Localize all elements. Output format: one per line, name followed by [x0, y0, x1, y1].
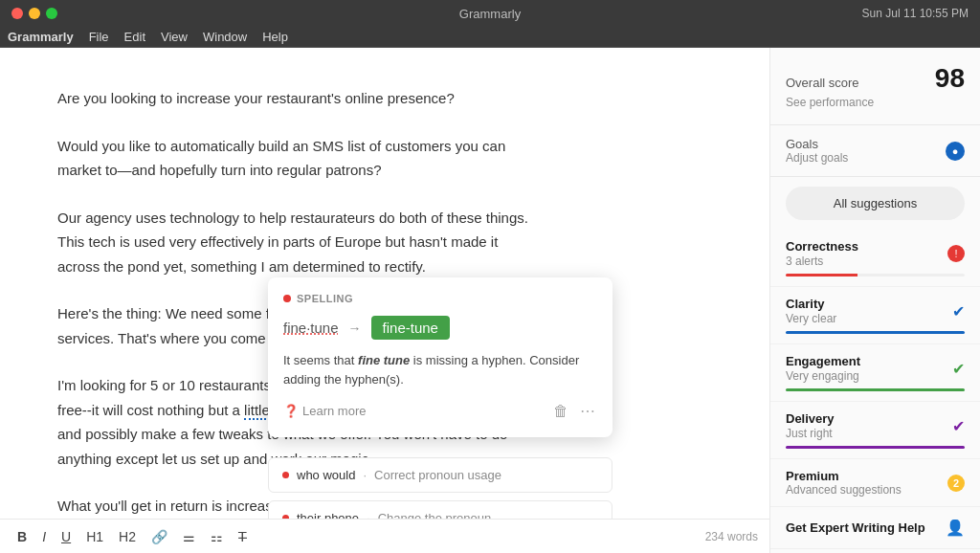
editor-area[interactable]: Are you looking to increase your restaur…	[0, 48, 769, 553]
goals-info: Goals Adjust goals	[786, 137, 848, 165]
spelling-popup: SPELLING fine·tune → fine-tune It seems …	[268, 277, 612, 437]
overall-score-label: Overall score	[786, 76, 859, 90]
menu-file[interactable]: File	[89, 30, 109, 44]
expert-section[interactable]: Get Expert Writing Help 👤	[770, 507, 980, 549]
underline-button[interactable]: U	[56, 525, 77, 548]
question-icon: ❓	[283, 404, 299, 418]
titlebar-left	[11, 8, 57, 19]
learn-more-text: Learn more	[302, 404, 366, 418]
menu-view[interactable]: View	[161, 30, 188, 44]
clarity-check-icon: ✔	[952, 302, 965, 321]
delivery-metric[interactable]: Delivery Just right ✔	[770, 402, 980, 459]
clarity-sub: Very clear	[786, 312, 836, 325]
clarity-metric[interactable]: Clarity Very clear ✔	[770, 287, 980, 344]
expert-icon: 👤	[946, 519, 965, 537]
app-container: Are you looking to increase your restaur…	[0, 48, 980, 553]
popup-type: SPELLING	[297, 293, 353, 304]
expert-label: Get Expert Writing Help	[786, 520, 925, 535]
paragraph-2: Would you like to automatically build an…	[57, 134, 536, 183]
minimize-button[interactable]	[29, 8, 40, 19]
correctness-bar	[786, 274, 965, 276]
suggestion-action-1: Correct pronoun usage	[374, 468, 501, 482]
overall-score-row: Overall score 98	[786, 63, 965, 94]
right-panel: Overall score 98 See performance Goals A…	[769, 48, 980, 553]
premium-badge: 2	[947, 475, 965, 492]
delivery-check-icon: ✔	[952, 417, 965, 435]
suggestion-sep-1: ·	[363, 468, 367, 482]
paragraph-1: Are you looking to increase your restaur…	[57, 86, 536, 111]
clarity-label: Clarity	[786, 297, 836, 311]
engagement-label: Engagement	[786, 354, 860, 368]
goals-dot: ●	[946, 142, 965, 161]
paragraph-3: Our agency uses technology to help resta…	[57, 206, 536, 279]
corrected-word[interactable]: fine-tune	[371, 316, 450, 340]
delivery-label: Delivery	[786, 411, 835, 426]
h2-button[interactable]: H2	[113, 525, 142, 548]
delivery-bar	[786, 446, 965, 449]
correctness-label: Correctness	[786, 239, 858, 254]
correctness-metric[interactable]: Correctness 3 alerts !	[770, 230, 980, 287]
menu-bar: Grammarly File Edit View Window Help	[0, 27, 980, 48]
traffic-lights	[11, 8, 57, 19]
clear-format-button[interactable]: T̶	[233, 525, 253, 548]
clarity-bar	[786, 331, 965, 334]
correctness-badge: !	[947, 245, 965, 262]
engagement-metric[interactable]: Engagement Very engaging ✔	[770, 344, 980, 402]
bold-button[interactable]: B	[11, 525, 33, 548]
h1-button[interactable]: H1	[80, 525, 109, 548]
titlebar: Grammarly Sun Jul 11 10:55 PM	[0, 0, 980, 27]
all-suggestions-tab[interactable]: All suggestions	[786, 187, 965, 220]
menu-window[interactable]: Window	[203, 30, 247, 44]
menu-edit[interactable]: Edit	[124, 30, 145, 44]
word-count: 234 words	[705, 530, 758, 543]
fullscreen-button[interactable]	[46, 8, 57, 19]
menu-help[interactable]: Help	[262, 30, 288, 44]
ordered-list-button[interactable]: ⚌	[177, 525, 201, 548]
premium-sub: Advanced suggestions	[786, 483, 902, 497]
editor-toolbar: B I U H1 H2 🔗 ⚌ ⚏ T̶ 234 words	[0, 519, 769, 553]
desc-highlight: fine tune	[358, 353, 410, 367]
popup-suggestion: fine·tune → fine-tune	[283, 316, 597, 340]
more-options-button[interactable]: ⋯	[578, 400, 597, 422]
see-performance[interactable]: See performance	[786, 96, 965, 109]
link-button[interactable]: 🔗	[145, 525, 173, 548]
window-title: Grammarly	[459, 7, 521, 21]
learn-more-link[interactable]: ❓ Learn more	[283, 404, 366, 418]
goals-sub: Adjust goals	[786, 151, 848, 165]
plagiarism-section[interactable]: Plagiarism 99	[770, 549, 980, 553]
original-word: fine·tune	[283, 320, 339, 336]
score-number: 98	[935, 63, 965, 94]
correctness-sub: 3 alerts	[786, 254, 858, 268]
popup-dot	[283, 295, 291, 302]
suggestion-word-label-1: who would	[297, 468, 355, 482]
score-section: Overall score 98 See performance	[770, 48, 980, 125]
popup-header: SPELLING	[283, 293, 597, 304]
system-status: Sun Jul 11 10:55 PM	[862, 7, 969, 20]
datetime: Sun Jul 11 10:55 PM	[862, 7, 969, 20]
suggestion-dot-1	[282, 472, 289, 478]
desc-pre: It seems that	[283, 353, 358, 367]
goals-label: Goals	[786, 137, 848, 151]
arrow-icon: →	[348, 321, 362, 336]
premium-section[interactable]: Premium Advanced suggestions 2	[770, 459, 980, 507]
engagement-bar	[786, 388, 965, 391]
goals-section[interactable]: Goals Adjust goals ●	[770, 125, 980, 177]
menu-app[interactable]: Grammarly	[8, 30, 74, 44]
bullet-list-button[interactable]: ⚏	[205, 525, 229, 548]
close-button[interactable]	[11, 8, 23, 19]
premium-label: Premium	[786, 469, 902, 483]
popup-actions: ❓ Learn more 🗑 ⋯	[283, 400, 597, 422]
engagement-check-icon: ✔	[952, 360, 965, 378]
popup-description: It seems that fine tune is missing a hyp…	[283, 351, 597, 388]
inline-suggestion-1[interactable]: who would · Correct pronoun usage	[268, 457, 612, 493]
delete-suggestion-button[interactable]: 🗑	[551, 400, 570, 422]
engagement-sub: Very engaging	[786, 369, 860, 383]
italic-button[interactable]: I	[36, 525, 52, 548]
delivery-sub: Just right	[786, 427, 835, 440]
popup-icon-group: 🗑 ⋯	[551, 400, 597, 422]
